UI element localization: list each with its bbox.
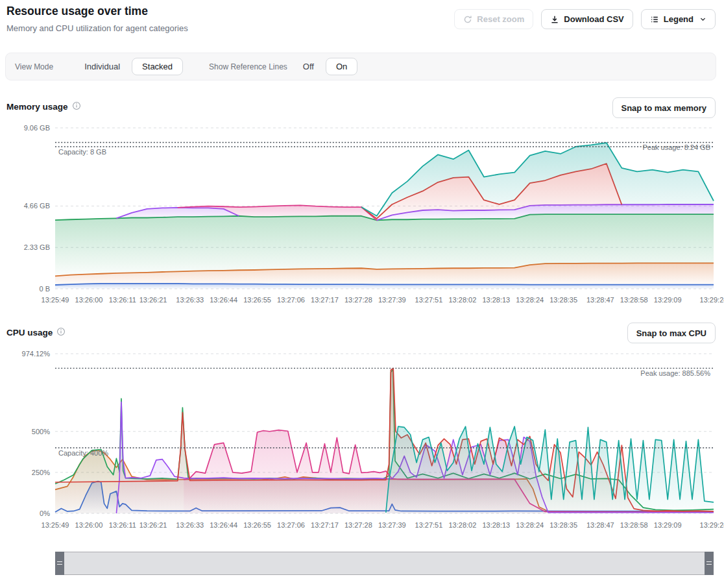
memory-title-text: Memory usage bbox=[6, 102, 68, 112]
reference-lines-off-option[interactable]: Off bbox=[298, 58, 319, 75]
x-axis-tick-label: 13:28:24 bbox=[516, 521, 544, 529]
reference-line-label: Capacity: 8 GB bbox=[58, 148, 106, 156]
legend-button[interactable]: Legend bbox=[641, 9, 716, 29]
x-axis-tick-label: 13:27:28 bbox=[344, 296, 372, 304]
x-axis-tick-label: 13:27:51 bbox=[415, 521, 443, 529]
x-axis-tick-label: 13:27:06 bbox=[277, 296, 305, 304]
memory-section-title: Memory usage bbox=[6, 101, 81, 112]
x-axis-tick-label: 13:29:24 bbox=[700, 521, 724, 529]
view-mode-label: View Mode bbox=[15, 62, 53, 71]
x-axis-tick-label: 13:28:58 bbox=[620, 521, 648, 529]
refresh-icon bbox=[463, 15, 472, 24]
page-subtitle: Memory and CPU utilization for agent cat… bbox=[6, 23, 188, 33]
x-axis-tick-label: 13:28:13 bbox=[482, 521, 510, 529]
y-axis-tick-label: 500% bbox=[32, 428, 50, 435]
view-mode-individual-option[interactable]: Individual bbox=[79, 58, 125, 75]
x-axis-tick-label: 13:27:39 bbox=[378, 296, 406, 304]
memory-chart-svg[interactable]: 9.06 GB4.66 GB2.33 GB0 B13:25:4913:26:00… bbox=[0, 120, 724, 310]
chevron-down-icon bbox=[699, 16, 706, 23]
brush-handle-left[interactable] bbox=[55, 552, 64, 575]
top-actions: Reset zoom Download CSV Legend bbox=[454, 9, 716, 29]
x-axis-tick-label: 13:29:09 bbox=[654, 521, 682, 529]
cpu-title-text: CPU usage bbox=[6, 328, 53, 337]
x-axis-tick-label: 13:26:44 bbox=[210, 521, 237, 529]
reset-zoom-button[interactable]: Reset zoom bbox=[454, 9, 533, 29]
x-axis-tick-label: 13:28:47 bbox=[586, 521, 614, 529]
x-axis-tick-label: 13:26:44 bbox=[210, 296, 237, 304]
snap-to-max-cpu-button[interactable]: Snap to max CPU bbox=[627, 323, 716, 343]
y-axis-tick-label: 974.12% bbox=[22, 350, 51, 358]
x-axis-tick-label: 13:26:55 bbox=[243, 296, 271, 304]
cpu-section-title: CPU usage bbox=[6, 327, 66, 338]
legend-label: Legend bbox=[664, 14, 694, 24]
x-axis-tick-label: 13:26:33 bbox=[176, 521, 204, 529]
brush-grip bbox=[706, 561, 712, 565]
x-axis-tick-label: 13:27:17 bbox=[311, 296, 339, 304]
download-icon bbox=[550, 15, 559, 24]
brush-handle-right[interactable] bbox=[705, 552, 714, 575]
x-axis-tick-label: 13:27:17 bbox=[311, 521, 339, 529]
x-axis-tick-label: 13:26:21 bbox=[139, 521, 167, 529]
x-axis-tick-label: 13:27:51 bbox=[415, 296, 443, 304]
x-axis-tick-label: 13:28:47 bbox=[586, 296, 614, 304]
y-axis-tick-label: 0 B bbox=[39, 285, 50, 293]
x-axis-tick-label: 13:25:49 bbox=[42, 521, 69, 529]
x-axis-tick-label: 13:26:55 bbox=[243, 521, 271, 529]
snap-memory-label: Snap to max memory bbox=[621, 103, 707, 113]
x-axis-tick-label: 13:28:13 bbox=[482, 296, 510, 304]
info-icon[interactable] bbox=[56, 327, 66, 338]
list-icon bbox=[650, 15, 659, 24]
chart-controls-toolbar: View Mode Individual Stacked Show Refere… bbox=[5, 53, 716, 80]
view-mode-stacked-option[interactable]: Stacked bbox=[132, 58, 183, 75]
page-title: Resource usage over time bbox=[6, 5, 148, 18]
x-axis-tick-label: 13:26:11 bbox=[109, 521, 136, 529]
reset-zoom-label: Reset zoom bbox=[477, 14, 524, 24]
y-axis-tick-label: 2.33 GB bbox=[24, 243, 50, 251]
download-csv-button[interactable]: Download CSV bbox=[541, 9, 633, 29]
download-csv-label: Download CSV bbox=[564, 14, 623, 24]
info-icon[interactable] bbox=[72, 101, 81, 112]
cpu-chart-svg[interactable]: 974.12%500%250%0%13:25:4913:26:0013:26:1… bbox=[0, 344, 724, 535]
x-axis-tick-label: 13:26:00 bbox=[75, 296, 103, 304]
reference-lines-on-option[interactable]: On bbox=[326, 58, 357, 75]
x-axis-tick-label: 13:27:06 bbox=[277, 521, 305, 529]
x-axis-tick-label: 13:27:39 bbox=[378, 521, 406, 529]
snap-to-max-memory-button[interactable]: Snap to max memory bbox=[612, 97, 716, 118]
x-axis-tick-label: 13:25:49 bbox=[42, 296, 69, 304]
x-axis-tick-label: 13:28:02 bbox=[448, 521, 476, 529]
y-axis-tick-label: 0% bbox=[40, 509, 50, 517]
y-axis-tick-label: 9.06 GB bbox=[24, 124, 50, 132]
x-axis-tick-label: 13:28:35 bbox=[549, 521, 577, 529]
x-axis-tick-label: 13:27:28 bbox=[344, 521, 372, 529]
x-axis-tick-label: 13:26:00 bbox=[75, 521, 103, 529]
x-axis-tick-label: 13:29:24 bbox=[700, 296, 724, 304]
x-axis-tick-label: 13:29:09 bbox=[654, 296, 682, 304]
reference-line-label: Peak usage: 8.24 GB bbox=[642, 143, 710, 151]
reference-line-label: Peak usage: 885.56% bbox=[640, 369, 710, 377]
x-axis-tick-label: 13:28:58 bbox=[620, 296, 648, 304]
x-axis-tick-label: 13:26:21 bbox=[139, 296, 167, 304]
x-axis-tick-label: 13:28:35 bbox=[549, 296, 577, 304]
y-axis-tick-label: 250% bbox=[32, 469, 50, 476]
brush-grip bbox=[57, 561, 62, 565]
x-axis-tick-label: 13:28:24 bbox=[516, 296, 544, 304]
x-axis-tick-label: 13:26:11 bbox=[109, 296, 136, 304]
dashboard-page: Resource usage over time Memory and CPU … bbox=[0, 0, 724, 588]
time-range-brush[interactable] bbox=[55, 552, 714, 575]
x-axis-tick-label: 13:28:02 bbox=[448, 296, 476, 304]
reference-lines-label: Show Reference Lines bbox=[209, 62, 287, 71]
snap-cpu-label: Snap to max CPU bbox=[636, 328, 706, 338]
x-axis-tick-label: 13:26:33 bbox=[176, 296, 204, 304]
reference-line-label: Capacity: 400% bbox=[58, 449, 108, 457]
y-axis-tick-label: 4.66 GB bbox=[24, 202, 50, 210]
